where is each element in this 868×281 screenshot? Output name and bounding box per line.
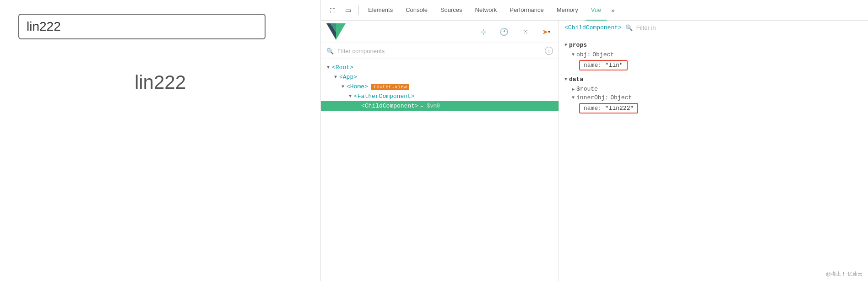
props-name-row: name: "lin" [564, 59, 863, 71]
innerobj-arrow: ▼ [572, 95, 575, 100]
inspector-content: ▼ props ▼ obj: Object name: "lin" [559, 35, 868, 281]
tree-arrow-father: ▼ [347, 94, 354, 99]
tree-arrow-home: ▼ [339, 84, 347, 89]
tree-node-app[interactable]: ▼ <App> [321, 72, 559, 82]
display-text: lin222 [18, 71, 302, 93]
tab-sources[interactable]: Sources [435, 0, 468, 21]
svg-marker-0 [336, 23, 346, 40]
props-label: props [569, 42, 587, 49]
route-arrow: ▶ [572, 86, 575, 92]
tab-elements[interactable]: Elements [363, 0, 398, 21]
inspector-header: <ChildComponent> 🔍 Filter in [559, 21, 868, 35]
tree-label-child: <ChildComponent> [361, 103, 418, 109]
app-content-panel: lin222 [0, 0, 320, 281]
tab-vue[interactable]: Vue [586, 0, 607, 21]
obj-key: obj: [576, 51, 591, 58]
tab-console[interactable]: Console [400, 0, 433, 21]
inspector-component-title: <ChildComponent> [564, 24, 622, 31]
router-dropdown-icon: ▾ [548, 29, 550, 34]
props-name-key: name: [584, 62, 602, 69]
device-icon: ▭ [345, 6, 351, 14]
vm-label-child: = $vm0 [420, 103, 440, 109]
tree-label-father: <FatherComponent> [354, 93, 415, 100]
devtools-panel: ⬚ ▭ Elements Console Sources Network Per… [320, 0, 868, 281]
data-arrow: ▼ [564, 77, 567, 82]
props-name-highlighted: name: "lin" [579, 60, 628, 70]
history-icon: 🕐 [499, 27, 509, 36]
props-arrow: ▼ [564, 43, 567, 48]
route-row[interactable]: ▶ $route [564, 85, 863, 93]
attribution-text: @稀土！ 亿速云 [826, 270, 863, 277]
tree-node-child[interactable]: <ChildComponent> = $vm0 [321, 101, 559, 111]
tab-separator [358, 5, 359, 15]
obj-arrow: ▼ [572, 52, 575, 57]
obj-type: Object [592, 51, 614, 58]
data-innerobj-row[interactable]: ▼ innerObj: Object [564, 93, 863, 102]
props-name-value: "lin" [605, 62, 623, 69]
devtools-tabbar: ⬚ ▭ Elements Console Sources Network Per… [321, 0, 868, 21]
tab-performance[interactable]: Performance [504, 0, 549, 21]
more-tabs-button[interactable]: » [608, 0, 617, 21]
tree-node-father[interactable]: ▼ <FatherComponent> [321, 92, 559, 101]
vuex-button[interactable]: ⁙ [518, 25, 532, 38]
data-name-row: name: "lin222" [564, 102, 863, 114]
tree-label-home: <Home> [347, 83, 368, 90]
router-button[interactable]: ➤ ▾ [539, 25, 553, 38]
main-input[interactable] [18, 14, 266, 39]
device-toggle-button[interactable]: ▭ [341, 3, 355, 17]
inspect-cursor-button[interactable]: ⬚ [326, 3, 339, 17]
tree-arrow-app: ▼ [332, 75, 339, 80]
history-button[interactable]: 🕐 [497, 25, 511, 38]
innerobj-type: Object [610, 94, 632, 101]
component-tree-icon: ⊹ [480, 27, 486, 36]
tree-label-app: <App> [339, 74, 357, 81]
props-obj-row[interactable]: ▼ obj: Object [564, 50, 863, 59]
data-name-value: "lin222" [605, 105, 634, 112]
component-tree-area: ▼ <Root> ▼ <App> ▼ <Home> router-view [321, 59, 559, 281]
tree-node-root[interactable]: ▼ <Root> [321, 63, 559, 72]
tree-label-root: <Root> [332, 64, 353, 71]
router-view-badge: router-view [371, 84, 410, 90]
data-label: data [569, 76, 583, 83]
tab-network[interactable]: Network [470, 0, 503, 21]
component-filter-bar: 🔍 ◇ [321, 43, 559, 59]
inspector-search-icon: 🔍 [625, 24, 633, 31]
component-tree-panel: ⊹ 🕐 ⁙ ➤ ▾ 🔍 ◇ [321, 21, 559, 281]
cursor-icon: ⬚ [330, 6, 336, 14]
filter-settings-icon[interactable]: ◇ [545, 47, 553, 55]
devtools-content: ⊹ 🕐 ⁙ ➤ ▾ 🔍 ◇ [321, 21, 868, 281]
component-filter-input[interactable] [337, 48, 541, 54]
innerobj-key: innerObj: [576, 94, 608, 101]
props-section-header: ▼ props [564, 42, 863, 49]
data-name-highlighted: name: "lin222" [579, 103, 638, 113]
tab-memory[interactable]: Memory [551, 0, 584, 21]
inspector-filter-text: Filter in [636, 24, 656, 31]
data-name-key: name: [584, 105, 602, 112]
vuex-icon: ⁙ [522, 27, 528, 36]
vue-logo [326, 23, 346, 40]
tree-node-home[interactable]: ▼ <Home> router-view [321, 82, 559, 92]
tree-arrow-root: ▼ [325, 65, 332, 70]
data-section-header: ▼ data [564, 76, 863, 83]
component-tree-view-button[interactable]: ⊹ [476, 25, 490, 38]
route-label: $route [576, 86, 598, 92]
inspector-panel: <ChildComponent> 🔍 Filter in ▼ props ▼ o… [559, 21, 868, 281]
router-icon: ➤ [542, 27, 548, 36]
search-icon: 🔍 [326, 48, 334, 54]
